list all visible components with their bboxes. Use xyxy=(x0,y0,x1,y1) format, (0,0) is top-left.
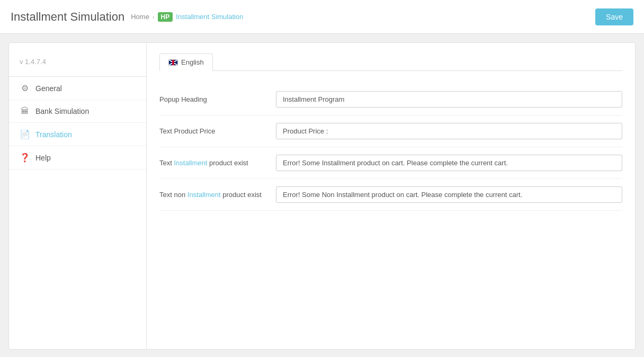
content-area: English Popup Heading Text Product Price… xyxy=(147,43,635,349)
text-non-installment-product-exist-input[interactable] xyxy=(276,186,622,203)
breadcrumb: Home › HP Installment Simulation xyxy=(131,12,243,22)
input-wrapper-popup-heading xyxy=(276,91,622,108)
page-title: Installment Simulation xyxy=(11,10,124,24)
form-row-text-non-installment-product-exist: Text non Installment product exist xyxy=(159,179,622,211)
label-highlight-installment: Installment xyxy=(174,159,207,167)
gear-icon: ⚙ xyxy=(20,83,30,93)
sidebar-label-bank-simulation: Bank Simulation xyxy=(35,107,89,115)
breadcrumb-home[interactable]: Home xyxy=(131,13,149,21)
sidebar-label-general: General xyxy=(35,84,62,93)
sidebar: v 1.4.7.4 ⚙ General 🏛 Bank Simulation 📄 … xyxy=(9,43,147,349)
form-row-popup-heading: Popup Heading xyxy=(159,84,622,115)
label-highlight-non-installment: Installment xyxy=(187,191,221,199)
sidebar-label-help: Help xyxy=(35,154,51,162)
label-text-installment-product-exist: Text Installment product exist xyxy=(159,155,276,167)
header-left: Installment Simulation Home › HP Install… xyxy=(11,10,243,24)
sidebar-label-translation: Translation xyxy=(35,130,72,139)
label-text-non-installment-product-exist: Text non Installment product exist xyxy=(159,186,276,199)
breadcrumb-arrow: › xyxy=(153,14,155,20)
sidebar-item-translation[interactable]: 📄 Translation xyxy=(9,123,146,146)
text-installment-product-exist-input[interactable] xyxy=(276,155,622,171)
flag-uk-icon xyxy=(168,59,178,66)
lang-tabs: English xyxy=(159,53,622,71)
popup-heading-input[interactable] xyxy=(276,91,622,108)
translation-icon: 📄 xyxy=(20,129,30,139)
header: Installment Simulation Home › HP Install… xyxy=(0,0,644,34)
sidebar-item-bank-simulation[interactable]: 🏛 Bank Simulation xyxy=(9,100,146,123)
breadcrumb-badge: HP xyxy=(158,12,173,22)
label-text-product-price: Text Product Price xyxy=(159,123,276,135)
text-product-price-input[interactable] xyxy=(276,123,622,139)
label-popup-heading: Popup Heading xyxy=(159,91,276,103)
input-wrapper-text-non-installment-product-exist xyxy=(276,186,622,203)
input-wrapper-text-installment-product-exist xyxy=(276,155,622,171)
save-button[interactable]: Save xyxy=(595,8,633,25)
tab-english[interactable]: English xyxy=(159,53,213,71)
form-row-text-installment-product-exist: Text Installment product exist xyxy=(159,147,622,179)
breadcrumb-current: Installment Simulation xyxy=(176,13,243,21)
bank-icon: 🏛 xyxy=(20,106,30,116)
sidebar-item-help[interactable]: ❓ Help xyxy=(9,146,146,169)
main-container: v 1.4.7.4 ⚙ General 🏛 Bank Simulation 📄 … xyxy=(8,42,636,350)
help-icon: ❓ xyxy=(20,153,30,163)
tab-english-label: English xyxy=(181,58,204,66)
form-row-text-product-price: Text Product Price xyxy=(159,115,622,147)
input-wrapper-text-product-price xyxy=(276,123,622,139)
sidebar-item-general[interactable]: ⚙ General xyxy=(9,77,146,100)
sidebar-version: v 1.4.7.4 xyxy=(9,53,146,76)
